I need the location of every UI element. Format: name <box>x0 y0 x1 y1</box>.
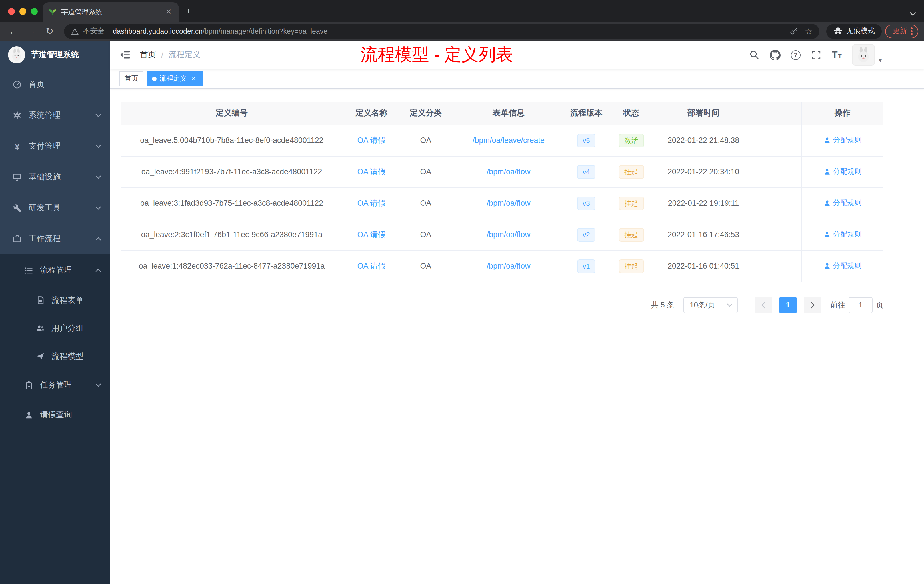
fullscreen-icon[interactable] <box>811 49 822 60</box>
form-link[interactable]: /bpm/oa/flow <box>487 167 530 176</box>
assign-rule-button[interactable]: 分配规则 <box>823 198 862 208</box>
url-domain: dashboard.yudao.iocoder.cn <box>113 27 203 35</box>
paper-plane-icon <box>35 352 45 361</box>
column-header-version: 流程版本 <box>566 102 607 125</box>
sidebar-item-dev-tools[interactable]: 研发工具 <box>0 193 110 223</box>
person-icon <box>823 199 831 206</box>
password-key-icon[interactable] <box>789 27 798 35</box>
prev-page-button[interactable] <box>755 297 772 313</box>
tab-search-chevron-icon[interactable] <box>910 12 916 16</box>
assign-rule-label: 分配规则 <box>833 261 862 271</box>
next-page-button[interactable] <box>804 297 821 313</box>
tag-close-icon[interactable] <box>190 74 198 82</box>
sidebar-item-payment-management[interactable]: ¥ 支付管理 <box>0 131 110 162</box>
sidebar-item-label: 支付管理 <box>28 141 61 152</box>
goto-unit-label: 页 <box>876 300 883 310</box>
breadcrumb-current: 流程定义 <box>168 50 201 60</box>
sidebar: 芋道管理系统 首页 系统管理 ¥ 支付管理 基础设施 <box>0 41 110 584</box>
pagination-total: 共 5 条 <box>651 300 674 310</box>
sidebar-item-process-form[interactable]: 流程表单 <box>0 286 110 314</box>
sidebar-toggle-button[interactable] <box>119 49 131 61</box>
goto-page-input[interactable] <box>848 297 873 313</box>
github-icon[interactable] <box>770 49 780 60</box>
definition-name-link[interactable]: OA 请假 <box>357 136 385 144</box>
chevron-down-icon <box>96 114 101 117</box>
tag-label: 首页 <box>125 74 138 83</box>
pagination: 共 5 条 10条/页 1 前往 <box>120 297 883 313</box>
minimize-window-button[interactable] <box>20 8 26 15</box>
form-link[interactable]: /bpm/oa/flow <box>487 230 530 239</box>
filler-cell <box>751 250 801 282</box>
avatar-image <box>854 46 873 64</box>
search-icon[interactable] <box>749 49 760 60</box>
page-size-select[interactable]: 10条/页 <box>683 297 738 313</box>
version-badge: v5 <box>577 134 596 147</box>
new-tab-button[interactable] <box>186 6 191 17</box>
browser-tab[interactable]: 芋道管理系统 <box>43 2 179 22</box>
definition-name-link[interactable]: OA 请假 <box>357 199 385 207</box>
sidebar-item-label: 研发工具 <box>28 203 61 213</box>
version-badge: v2 <box>577 228 596 241</box>
assign-rule-button[interactable]: 分配规则 <box>823 261 862 271</box>
definition-name-link[interactable]: OA 请假 <box>357 261 385 270</box>
assign-rule-label: 分配规则 <box>833 167 862 176</box>
breadcrumb-home[interactable]: 首页 <box>140 50 156 60</box>
incognito-badge: 无痕模式 <box>826 24 882 39</box>
page-content: 定义编号 定义名称 定义分类 表单信息 流程版本 状态 部署时间 操作 <box>110 89 924 584</box>
deploy-time: 2022-01-22 19:19:11 <box>655 187 751 219</box>
chevron-left-icon <box>761 302 766 308</box>
form-link[interactable]: /bpm/oa/leave/create <box>473 136 544 145</box>
assign-rule-label: 分配规则 <box>833 198 862 208</box>
page-number-button[interactable]: 1 <box>779 297 797 313</box>
back-button[interactable] <box>6 24 21 39</box>
avatar-dropdown-caret-icon[interactable] <box>879 57 882 63</box>
sidebar-item-task-management[interactable]: 任务管理 <box>0 370 110 400</box>
sidebar-item-infrastructure[interactable]: 基础设施 <box>0 162 110 193</box>
close-window-button[interactable] <box>8 8 15 15</box>
address-bar[interactable]: 不安全 dashboard.yudao.iocoder.cn/bpm/manag… <box>64 24 819 39</box>
tag-home[interactable]: 首页 <box>119 71 144 86</box>
definition-name-link[interactable]: OA 请假 <box>357 230 385 239</box>
person-icon <box>823 231 831 238</box>
tab-title: 芋道管理系统 <box>61 7 159 17</box>
definition-name-link[interactable]: OA 请假 <box>357 167 385 176</box>
sidebar-item-home[interactable]: 首页 <box>0 69 110 100</box>
column-header-filler <box>751 102 801 125</box>
sidebar-item-workflow[interactable]: 工作流程 <box>0 223 110 254</box>
browser-update-button[interactable]: 更新 <box>885 24 918 38</box>
sidebar-item-user-group[interactable]: 用户分组 <box>0 314 110 342</box>
tag-process-definition[interactable]: 流程定义 <box>147 71 203 86</box>
assign-rule-button[interactable]: 分配规则 <box>823 167 862 176</box>
chevron-down-icon <box>96 175 101 179</box>
table-row: oa_leave:4:991f2193-7b7f-11ec-a3c8-acde4… <box>120 156 883 187</box>
font-size-icon[interactable] <box>832 49 842 60</box>
browser-menu-icon[interactable] <box>911 27 912 35</box>
tab-close-icon[interactable] <box>164 7 173 16</box>
form-link[interactable]: /bpm/oa/flow <box>487 199 530 208</box>
monitor-icon <box>13 173 22 182</box>
sidebar-item-process-management[interactable]: 流程管理 <box>0 254 110 286</box>
filler-cell <box>751 156 801 187</box>
column-header-actions: 操作 <box>801 102 883 125</box>
sidebar-item-leave-query[interactable]: 请假查询 <box>0 400 110 430</box>
forward-button[interactable] <box>24 24 39 39</box>
status-badge: 挂起 <box>619 228 644 241</box>
form-link[interactable]: /bpm/oa/flow <box>487 262 530 270</box>
sidebar-item-system-management[interactable]: 系统管理 <box>0 100 110 131</box>
active-tag-dot <box>152 76 157 81</box>
sidebar-item-process-model[interactable]: 流程模型 <box>0 342 110 370</box>
sidebar-logo[interactable]: 芋道管理系统 <box>0 41 110 69</box>
assign-rule-button[interactable]: 分配规则 <box>823 229 862 239</box>
zoom-window-button[interactable] <box>31 8 38 15</box>
tag-label: 流程定义 <box>159 74 187 83</box>
help-icon[interactable] <box>790 49 801 60</box>
reload-button[interactable] <box>42 24 57 39</box>
omnibox-divider <box>108 27 109 35</box>
column-header-category: 定义分类 <box>400 102 451 125</box>
not-secure-warning-icon <box>71 27 79 35</box>
definition-category: OA <box>400 219 451 250</box>
assign-rule-button[interactable]: 分配规则 <box>823 135 862 145</box>
user-avatar[interactable] <box>852 44 875 66</box>
table-row: oa_leave:5:004b710b-7b8a-11ec-8ef0-acde4… <box>120 125 883 156</box>
bookmark-star-icon[interactable] <box>805 26 813 36</box>
